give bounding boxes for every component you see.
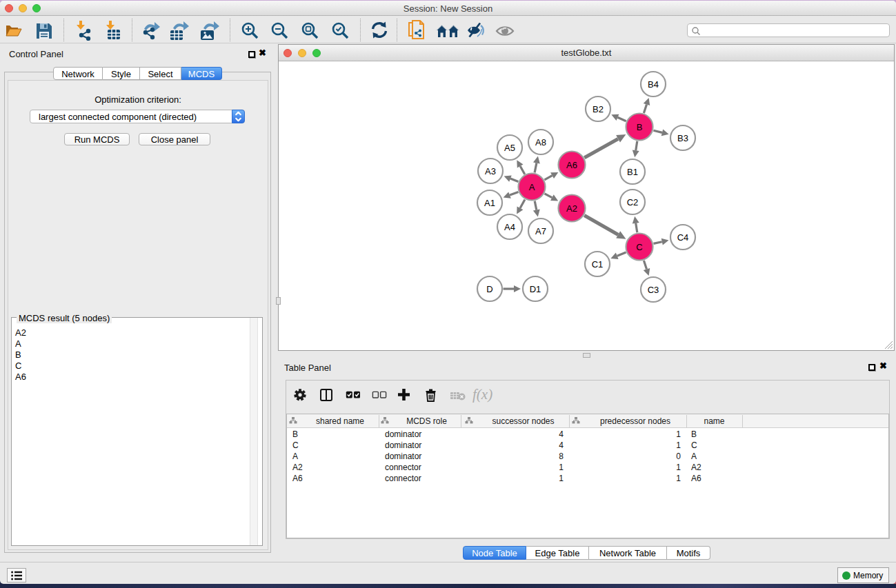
svg-text:A4: A4 [504, 222, 515, 232]
svg-text:C2: C2 [627, 197, 639, 207]
svg-text:D1: D1 [530, 284, 541, 294]
svg-text:B3: B3 [677, 133, 688, 143]
svg-text:C1: C1 [592, 259, 604, 270]
svg-text:B: B [637, 122, 643, 132]
svg-text:B1: B1 [627, 167, 638, 177]
svg-text:D: D [486, 284, 492, 294]
svg-text:A6: A6 [566, 160, 577, 170]
svg-text:A5: A5 [504, 143, 515, 153]
svg-text:A7: A7 [535, 226, 546, 236]
svg-text:A8: A8 [535, 137, 546, 148]
svg-text:A: A [529, 182, 535, 192]
svg-text:A2: A2 [566, 203, 577, 214]
svg-text:A1: A1 [484, 198, 495, 208]
svg-text:C3: C3 [648, 285, 659, 295]
svg-text:A3: A3 [485, 166, 496, 176]
svg-text:B2: B2 [593, 104, 604, 114]
svg-text:C: C [636, 242, 642, 252]
svg-text:C4: C4 [677, 232, 689, 243]
svg-text:B4: B4 [648, 79, 659, 90]
